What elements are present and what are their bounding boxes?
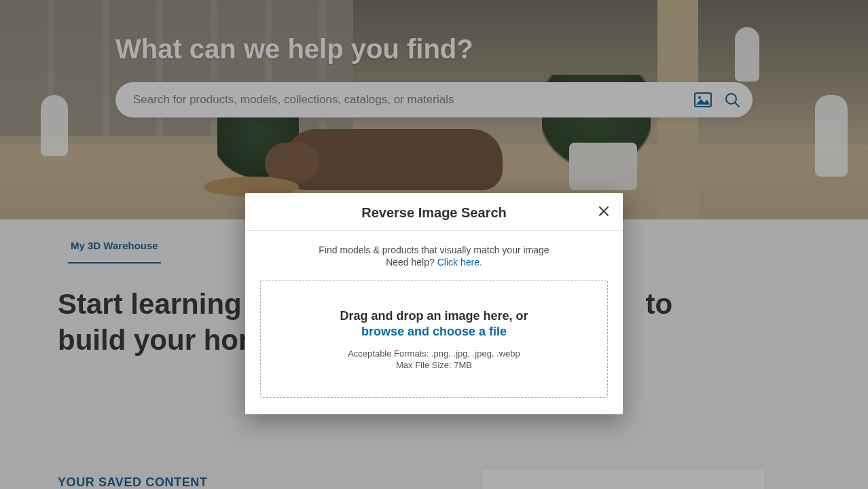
modal-title: Reverse Image Search <box>245 205 623 221</box>
dropzone-max-size: Max File Size: 7MB <box>272 360 596 370</box>
modal-overlay[interactable]: Reverse Image Search Find models & produ… <box>0 0 868 489</box>
dropzone-instruction: Drag and drop an image here, or <box>272 309 596 323</box>
dropzone-formats: Acceptable Formats: .png, .jpg, .jpeg, .… <box>272 348 596 359</box>
modal-help-prefix: Need help? <box>386 257 437 268</box>
close-button[interactable] <box>594 202 613 221</box>
reverse-image-search-modal: Reverse Image Search Find models & produ… <box>245 193 623 414</box>
browse-file-link[interactable]: browse and choose a file <box>272 325 596 339</box>
image-dropzone[interactable]: Drag and drop an image here, or browse a… <box>260 280 608 398</box>
modal-header: Reverse Image Search <box>245 193 623 231</box>
modal-help: Need help? Click here. <box>260 257 608 268</box>
modal-body: Find models & products that visually mat… <box>245 231 623 414</box>
modal-description: Find models & products that visually mat… <box>260 244 608 255</box>
close-icon <box>599 205 609 219</box>
modal-help-link[interactable]: Click here. <box>437 257 482 268</box>
